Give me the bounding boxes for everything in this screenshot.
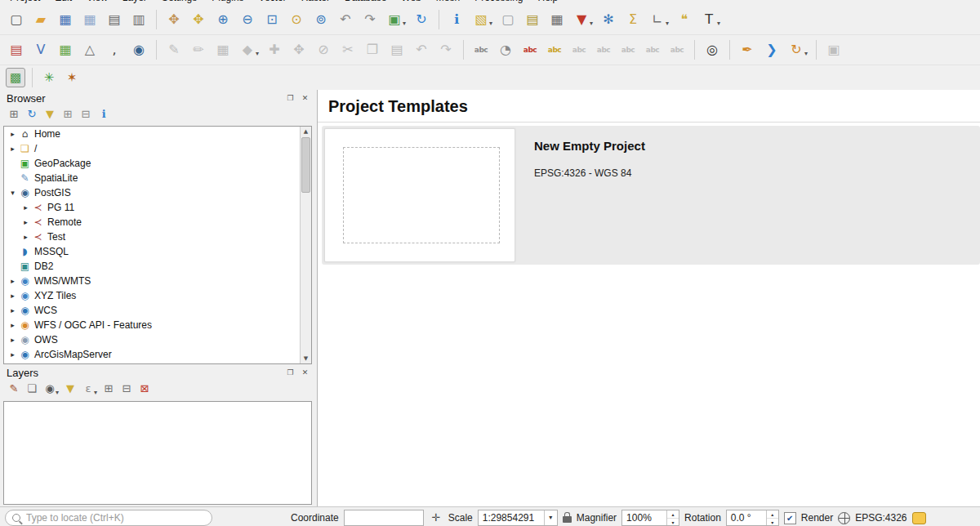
browser-item-mssql[interactable]: ◗MSSQL	[4, 244, 311, 259]
current-edits-button[interactable]: ✎	[163, 39, 185, 60]
expander-icon[interactable]: ▸	[7, 350, 18, 359]
add-selected-layers-button[interactable]: ⊞	[6, 106, 22, 123]
save-project-button[interactable]: ▦	[55, 9, 76, 30]
menu-processing[interactable]: Processing	[474, 0, 523, 4]
layer-diagram-button[interactable]: ◔	[495, 39, 516, 60]
spinner-arrows[interactable]	[766, 510, 778, 525]
reload-service-button[interactable]: ↻▾	[786, 39, 809, 60]
browser-item-arcgismapserver[interactable]: ▸◉ArcGisMapServer	[4, 347, 311, 362]
save-project-as-button[interactable]: ▦	[79, 9, 100, 30]
move-label-button[interactable]: abc	[617, 39, 639, 60]
change-label-button[interactable]: abc	[666, 39, 688, 60]
properties-widget-button[interactable]: ℹ	[96, 106, 112, 123]
quill-button[interactable]: ✒	[737, 39, 758, 60]
add-group-button[interactable]: ❏	[24, 381, 40, 397]
remove-layer-button[interactable]: ⊠	[136, 381, 153, 397]
dropdown-arrow-icon[interactable]: ▾	[489, 20, 492, 27]
expander-icon[interactable]: ▸	[7, 145, 18, 153]
menu-help[interactable]: Help	[538, 0, 559, 4]
add-raster-layer-button[interactable]: ▦	[55, 39, 76, 60]
new-project-button[interactable]: ▢	[6, 9, 27, 30]
close-panel-icon[interactable]	[300, 368, 310, 378]
layer-labeling-button[interactable]: abc	[470, 39, 492, 60]
messages-icon[interactable]	[912, 512, 926, 524]
undo-button[interactable]: ↶	[411, 39, 432, 60]
add-vector-layer-button[interactable]: V	[30, 39, 51, 60]
dropdown-arrow-icon[interactable]: ▾	[804, 50, 808, 57]
zoom-to-selection-button[interactable]: ⊙	[286, 9, 307, 30]
expander-icon[interactable]: ▸	[7, 292, 18, 300]
layout-manager-button[interactable]: ▥	[128, 9, 149, 30]
browser-item-spatialite[interactable]: ✎SpatiaLite	[4, 171, 311, 185]
extents-toggle-icon[interactable]	[429, 510, 443, 525]
map-tips-button[interactable]: ❝	[674, 9, 695, 30]
label-highlight-button[interactable]: abc	[519, 39, 541, 60]
menu-edit[interactable]: Edit	[55, 0, 72, 4]
browser-item-home[interactable]: ▸⌂Home	[4, 127, 311, 141]
copy-features-button[interactable]: ❐	[362, 39, 383, 60]
scale-dropdown-icon[interactable]	[544, 510, 557, 525]
zoom-full-button[interactable]: ⊡	[261, 9, 283, 30]
paste-features-button[interactable]: ▤	[386, 39, 408, 60]
open-attribute-table-button[interactable]: ▦	[546, 9, 568, 30]
browser-item-root[interactable]: ▸❏/	[4, 141, 311, 156]
spinner-arrows[interactable]	[666, 510, 679, 525]
expander-icon[interactable]: ▸	[7, 130, 18, 138]
browser-item-remote[interactable]: ▸≺Remote	[4, 215, 311, 230]
spin-up-icon[interactable]	[667, 510, 679, 518]
browser-item-db2[interactable]: ▣DB2	[4, 259, 311, 274]
rotate-label-button[interactable]: abc	[642, 39, 663, 60]
spin-up-icon[interactable]	[767, 510, 778, 518]
browser-item-wfs-ogc-api-features[interactable]: ▸◉WFS / OGC API - Features	[4, 318, 311, 332]
dropdown-arrow-icon[interactable]: ▾	[590, 20, 593, 27]
magnifier-spinner[interactable]: 100%	[621, 510, 679, 526]
menu-mesh[interactable]: Mesh	[436, 0, 460, 4]
toggle-editing-button[interactable]: ✏	[188, 39, 209, 60]
dropdown-arrow-icon[interactable]: ▾	[403, 20, 406, 27]
save-edits-button[interactable]: ▦	[212, 39, 234, 60]
redo-button[interactable]: ↷	[435, 39, 457, 60]
expand-all-layers-button[interactable]: ⊞	[100, 381, 117, 397]
zoom-out-button[interactable]: ⊖	[237, 9, 258, 30]
menu-project[interactable]: Project	[10, 0, 40, 4]
expander-icon[interactable]: ▸	[7, 336, 18, 344]
dropdown-arrow-icon[interactable]: ▾	[94, 389, 97, 396]
menu-web[interactable]: Web	[401, 0, 421, 4]
rotation-spinner[interactable]: 0.0 °	[726, 510, 779, 526]
browser-item-test[interactable]: ▸≺Test	[4, 230, 311, 244]
dropdown-arrow-icon[interactable]: ▾	[666, 20, 669, 27]
template-thumbnail[interactable]	[324, 128, 515, 262]
float-panel-icon[interactable]	[285, 368, 296, 378]
scroll-down-icon[interactable]	[301, 354, 311, 363]
crs-globe-icon[interactable]	[838, 512, 850, 524]
plugin-green-button[interactable]: ✳	[39, 68, 59, 87]
menu-raster[interactable]: Raster	[301, 0, 330, 4]
open-project-button[interactable]: ▰	[30, 9, 51, 30]
zoom-next-button[interactable]: ↷	[359, 9, 381, 30]
new-map-view-button[interactable]: ▣▾	[384, 9, 408, 30]
deselect-features-button[interactable]: ▢	[497, 9, 519, 30]
text-annotation-button[interactable]: T▾	[698, 9, 722, 30]
identify-features-button[interactable]: ℹ	[446, 9, 467, 30]
browser-item-geopackage[interactable]: ▣GeoPackage	[4, 156, 311, 171]
expander-icon[interactable]: ▸	[7, 277, 18, 285]
add-mesh-layer-button[interactable]: △	[79, 39, 100, 60]
binoculars-button[interactable]: ◎	[702, 39, 723, 60]
scroll-up-icon[interactable]	[301, 127, 311, 136]
menu-settings[interactable]: Settings	[162, 0, 197, 4]
help-contents-button[interactable]: ▣	[823, 39, 844, 60]
refresh-browser-button[interactable]: ↻	[24, 106, 40, 123]
menu-database[interactable]: Database	[345, 0, 386, 4]
float-panel-icon[interactable]	[285, 93, 296, 104]
pan-to-selection-button[interactable]: ✥	[188, 9, 209, 30]
digitize-button[interactable]: ◆▾	[237, 39, 261, 60]
coordinate-input[interactable]	[344, 510, 424, 526]
layer-styling-button[interactable]: ✎	[6, 381, 22, 397]
scroll-thumb[interactable]	[301, 137, 310, 193]
spin-down-icon[interactable]	[667, 518, 679, 526]
expander-icon[interactable]: ▸	[20, 218, 31, 226]
show-hidden-labels-button[interactable]: abc	[593, 39, 614, 60]
menu-view[interactable]: View	[87, 0, 108, 4]
browser-item-xyz-tiles[interactable]: ▸◉XYZ Tiles	[4, 288, 311, 303]
data-source-manager-button[interactable]: ▤	[6, 39, 27, 60]
